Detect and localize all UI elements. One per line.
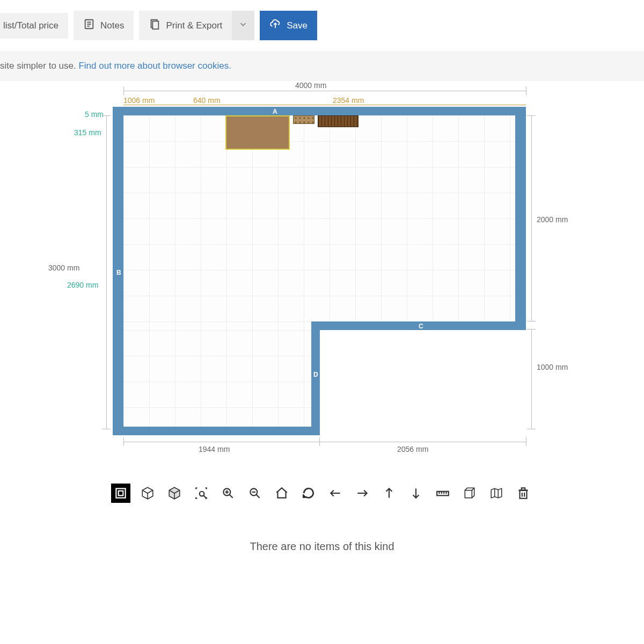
zoom-fit-button[interactable]: [192, 484, 211, 503]
dim-tick: [527, 329, 536, 330]
dim-tick: [527, 429, 536, 429]
dim-line: [106, 115, 107, 429]
dim-left-total: 3000 mm: [48, 264, 79, 272]
dim-left-inner: 2690 mm: [67, 281, 98, 289]
wall-bottom[interactable]: [113, 427, 320, 435]
dim-line: [123, 91, 526, 91]
floor: [123, 115, 515, 330]
dim-bottom-a: 1944 mm: [199, 445, 230, 453]
furniture-cabinet[interactable]: [225, 115, 290, 150]
view-toolbar: [0, 484, 644, 503]
dim-tick: [102, 115, 111, 116]
dim-line: [531, 115, 532, 321]
save-label: Save: [287, 20, 308, 31]
dim-line: [123, 105, 526, 105]
dim-top-total: 4000 mm: [295, 81, 326, 90]
wall-label-b: B: [116, 269, 121, 276]
pan-left-button[interactable]: [326, 484, 345, 503]
undo-button[interactable]: [299, 484, 318, 503]
cloud-save-icon: [269, 18, 281, 33]
map-button[interactable]: [487, 484, 506, 503]
print-export-label: Print & Export: [166, 20, 222, 31]
dim-left-small: 5 mm: [85, 110, 104, 119]
cube-outline-button[interactable]: [460, 484, 479, 503]
furniture-small-unit[interactable]: [293, 115, 314, 124]
dim-tick: [123, 437, 124, 446]
dim-right-b: 1000 mm: [537, 363, 568, 371]
print-export-dropdown[interactable]: [232, 11, 254, 40]
floor: [123, 330, 311, 427]
svg-point-13: [200, 492, 204, 496]
dim-tick: [102, 429, 111, 429]
pan-right-button[interactable]: [353, 484, 372, 503]
delete-button[interactable]: [514, 484, 533, 503]
print-export-button[interactable]: Print & Export: [139, 11, 232, 40]
svg-rect-7: [116, 488, 125, 497]
view-3d-solid-button[interactable]: [165, 484, 184, 503]
dim-line: [319, 442, 526, 442]
svg-rect-8: [119, 491, 123, 496]
dim-seg-a: 1006 mm: [123, 96, 155, 105]
zoom-in-button[interactable]: [218, 484, 238, 503]
cookie-notice: site simpler to use. Find out more about…: [0, 51, 644, 81]
dim-bottom-b: 2056 mm: [397, 445, 428, 453]
wall-label-c: C: [419, 323, 423, 330]
dim-tick: [123, 86, 124, 95]
ruler-button[interactable]: [433, 484, 452, 503]
empty-message: There are no items of this kind: [0, 540, 644, 553]
list-price-button[interactable]: list/Total price: [0, 13, 68, 39]
view-2d-button[interactable]: [111, 484, 130, 503]
pan-down-button[interactable]: [406, 484, 426, 503]
furniture-seat[interactable]: [318, 115, 358, 127]
wall-a[interactable]: [113, 107, 526, 115]
wall-right[interactable]: [515, 107, 526, 321]
pan-up-button[interactable]: [379, 484, 399, 503]
cookie-link[interactable]: Find out more about browser cookies.: [78, 61, 231, 71]
svg-rect-5: [153, 21, 159, 30]
dim-line: [123, 442, 319, 442]
view-3d-wireframe-button[interactable]: [138, 484, 157, 503]
notes-label: Notes: [100, 20, 124, 31]
dim-right-a: 2000 mm: [537, 215, 568, 224]
svg-line-14: [203, 495, 206, 497]
wall-label-d: D: [313, 371, 318, 378]
list-price-label: list/Total price: [3, 20, 58, 31]
notes-button[interactable]: Notes: [74, 11, 134, 40]
dim-tick: [319, 437, 320, 446]
dim-tick: [526, 437, 526, 446]
chevron-down-icon: [237, 18, 249, 33]
home-button[interactable]: [272, 484, 291, 503]
zoom-out-button[interactable]: [245, 484, 265, 503]
print-icon: [149, 18, 160, 33]
svg-rect-31: [465, 491, 472, 498]
floor-plan-canvas[interactable]: 4000 mm 1006 mm 640 mm 2354 mm 5 mm 315 …: [32, 81, 612, 478]
cookie-text: site simpler to use.: [0, 61, 78, 71]
svg-line-20: [256, 494, 260, 498]
wall-label-a: A: [273, 108, 277, 115]
dim-left-mid: 315 mm: [74, 128, 101, 137]
svg-rect-39: [522, 488, 525, 490]
notes-icon: [83, 18, 95, 33]
svg-line-16: [229, 494, 233, 498]
dim-tick: [526, 86, 526, 95]
top-toolbar: list/Total price Notes Print & Export Sa…: [0, 0, 644, 51]
dim-tick: [527, 115, 536, 116]
svg-rect-35: [520, 491, 527, 499]
save-button[interactable]: Save: [260, 11, 317, 40]
dim-line: [531, 329, 532, 429]
dim-seg-b: 640 mm: [193, 96, 221, 105]
dim-tick: [527, 321, 536, 321]
dim-seg-c: 2354 mm: [333, 96, 364, 105]
wall-d[interactable]: [311, 321, 320, 435]
